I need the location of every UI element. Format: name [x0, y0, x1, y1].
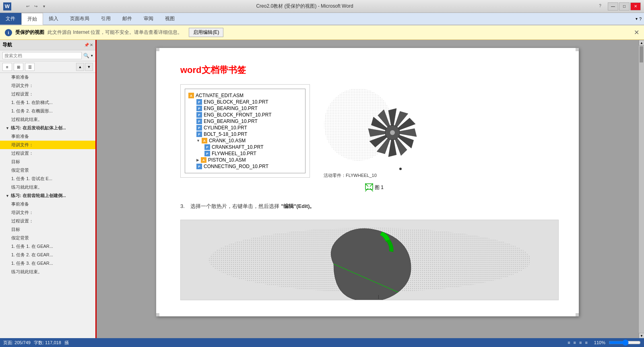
tab-references[interactable]: 引用 [95, 13, 117, 25]
nav-view-tabs: ≡ ⊞ ☰ ▲ ▼ [0, 61, 95, 73]
ft-item-4: P ENG_BEARING_10.PRT [188, 118, 302, 125]
ft-item-3: P ENG_BLOCK_FRONT_10.PRT [188, 112, 302, 118]
nav-item-background3[interactable]: 假定背景 [0, 234, 95, 242]
nav-item-end3[interactable]: 练习就此结束。 [0, 268, 95, 276]
ft-text-8: CRANKSHAFT_10.PRT [212, 144, 263, 150]
nav-item-exercise-gear[interactable]: ▼练习: 在前齿轮箱上创建倒... [0, 191, 95, 200]
ft-text-10: PISTON_10.ASM [208, 157, 246, 163]
document-page: word文档带书签 A ACTIVATE_EDIT.ASM P ENG_BLOC… [156, 48, 579, 316]
nav-item-qianzhuanbei[interactable]: 事前准备 [0, 73, 95, 81]
scroll-down-arrow[interactable]: ▼ [639, 333, 644, 339]
file-tree: A ACTIVATE_EDIT.ASM P ENG_BLOCK_REAR_10.… [185, 89, 305, 173]
nav-item-peixun1[interactable]: 培训文件： [0, 81, 95, 90]
status-view-icon4[interactable]: ≡ [585, 340, 587, 345]
tab-view[interactable]: 视图 [159, 13, 181, 25]
nav-item-end2[interactable]: 练习就此结束。 [0, 183, 95, 191]
ft-item-9: P FLYWHEEL_10.PRT [188, 150, 302, 157]
close-button[interactable]: ✕ [630, 2, 641, 10]
ft-item-11: P CONNECTING_ROD_10.PRT [188, 163, 302, 170]
close-protected-bar-button[interactable]: ✕ [634, 29, 639, 36]
ribbon-help-icon[interactable]: ? [639, 17, 642, 21]
status-view-icon1[interactable]: ≡ [568, 340, 570, 345]
nav-item-guocheng1[interactable]: 过程设置： [0, 90, 95, 98]
svg-point-6 [399, 168, 402, 170]
nav-tree[interactable]: 事前准备 培训文件： 过程设置： 1. 任务 1. 在阶梯式... 1. 任务 … [0, 73, 95, 339]
ft-text-7: CRANK_10.ASM [209, 138, 246, 143]
ribbon: 文件 开始 插入 页面布局 引用 邮件 审阅 视图 ▾ ? [0, 13, 644, 25]
nav-panel: 导航 📌 ✕ 🔍 ▾ ≡ ⊞ ☰ ▲ ▼ 事前准备 培训文件： 过程设置： 1.… [0, 40, 97, 339]
nav-close-button[interactable]: ✕ [90, 43, 93, 47]
help-icon[interactable]: ? [597, 2, 604, 10]
doc-title: word文档带书签 [180, 64, 555, 76]
nav-item-task3-3[interactable]: 1. 任务 3. 在 GEAR... [0, 259, 95, 268]
scroll-thumb[interactable] [640, 46, 643, 62]
nav-item-prepare2[interactable]: 事前准备 [0, 132, 95, 141]
document-area[interactable]: word文档带书签 A ACTIVATE_EDIT.ASM P ENG_BLOC… [97, 40, 638, 339]
ft-text-11: CONNECTING_ROD_10.PRT [204, 164, 268, 169]
tab-page-layout[interactable]: 页面布局 [64, 13, 95, 25]
nav-item-prepare3[interactable]: 事前准备 [0, 200, 95, 208]
step-number: 3. [180, 203, 185, 209]
nav-item-goal3[interactable]: 目标 [0, 225, 95, 234]
nav-view-headings[interactable]: ≡ [2, 63, 12, 71]
zoom-slider[interactable] [609, 340, 641, 345]
prt-icon: P [196, 112, 202, 118]
tab-mail[interactable]: 邮件 [117, 13, 138, 25]
status-bar: 页面: 205/749 字数: 117,018 掻 ≡ ≡ ≡ ≡ 110% [0, 338, 644, 347]
ft-text-2: ENG_BEARING_10.PRT [204, 106, 258, 111]
nav-item-goal2[interactable]: 目标 [0, 158, 95, 166]
undo-button[interactable]: ↩ [24, 2, 31, 10]
tab-insert[interactable]: 插入 [43, 13, 64, 25]
asm-icon: A [201, 157, 206, 163]
nav-item-end1[interactable]: 过程就此结束。 [0, 115, 95, 124]
nav-item-background2[interactable]: 假定背景 [0, 166, 95, 175]
tab-start[interactable]: 开始 [21, 13, 43, 25]
nav-item-task3-2[interactable]: 1. 任务 2. 在 GEAR... [0, 251, 95, 259]
nav-item-task1-1[interactable]: 1. 任务 1. 在阶梯式... [0, 98, 95, 107]
image-caption: 活动零件：FLYWHEEL_10 [324, 172, 377, 179]
nav-scroll-up[interactable]: ▲ [76, 63, 84, 71]
prt-icon: P [196, 131, 202, 137]
quick-access-dropdown[interactable]: ▾ [40, 2, 47, 10]
nav-item-task3-1[interactable]: 1. 任务 1. 在 GEAR... [0, 242, 95, 251]
nav-item-task1-2[interactable]: 1. 任务 2. 在椭圆形... [0, 107, 95, 115]
ft-item-1: P ENG_BLOCK_REAR_10.PRT [188, 99, 302, 105]
tab-review[interactable]: 审阅 [138, 13, 159, 25]
word-logo: W [3, 2, 11, 10]
prt-icon: P [196, 106, 202, 111]
protected-view-bar: i 受保护的视图 此文件源自 Internet 位置，可能不安全。请单击查看详细… [0, 25, 644, 40]
ribbon-collapse-icon[interactable]: ▾ [636, 17, 638, 21]
nav-item-training3[interactable]: 培训文件： [0, 208, 95, 217]
status-view-icon2[interactable]: ≡ [574, 340, 576, 345]
asm-icon: A [202, 138, 207, 143]
bottom-image: | [180, 220, 559, 300]
protected-label: 受保护的视图 [15, 29, 44, 36]
nav-item-process2[interactable]: 过程设置： [0, 149, 95, 158]
nav-item-exercise-engine[interactable]: ▼练习: 在后发动机缸体上创... [0, 124, 95, 132]
restore-button[interactable]: □ [619, 2, 630, 10]
scroll-up-arrow[interactable]: ▲ [639, 40, 644, 46]
redo-button[interactable]: ↪ [32, 2, 39, 10]
ft-text-3: ENG_BLOCK_FRONT_10.PRT [204, 112, 272, 118]
nav-scroll-down[interactable]: ▼ [85, 63, 93, 71]
nav-pin-button[interactable]: 📌 [84, 43, 89, 47]
nav-item-process3[interactable]: 过程设置： [0, 217, 95, 225]
ribbon-tabs: 文件 开始 插入 页面布局 引用 邮件 审阅 视图 ▾ ? [0, 13, 644, 25]
nav-item-task2-1[interactable]: 1. 任务 1. 尝试在 E... [0, 175, 95, 183]
minimize-button[interactable]: — [608, 2, 618, 10]
status-view-icon3[interactable]: ≡ [579, 340, 582, 345]
ft-text-9: FLYWHEEL_10.PRT [212, 151, 256, 156]
right-scrollbar[interactable]: ▲ ▼ [638, 40, 644, 339]
search-input[interactable] [2, 52, 82, 59]
enable-editing-button[interactable]: 启用编辑(E) [189, 28, 223, 37]
asm-icon: A [188, 93, 194, 98]
svg-point-5 [390, 130, 395, 135]
search-icon[interactable]: 🔍 [83, 53, 89, 58]
protected-icon: i [5, 29, 12, 36]
search-dropdown-icon[interactable]: ▾ [91, 54, 93, 58]
main-layout: 导航 📌 ✕ 🔍 ▾ ≡ ⊞ ☰ ▲ ▼ 事前准备 培训文件： 过程设置： 1.… [0, 40, 644, 339]
tab-file[interactable]: 文件 [0, 13, 21, 25]
nav-view-results[interactable]: ☰ [25, 63, 35, 71]
nav-view-pages[interactable]: ⊞ [14, 63, 23, 71]
nav-item-training-file[interactable]: 培训文件： [0, 141, 95, 149]
